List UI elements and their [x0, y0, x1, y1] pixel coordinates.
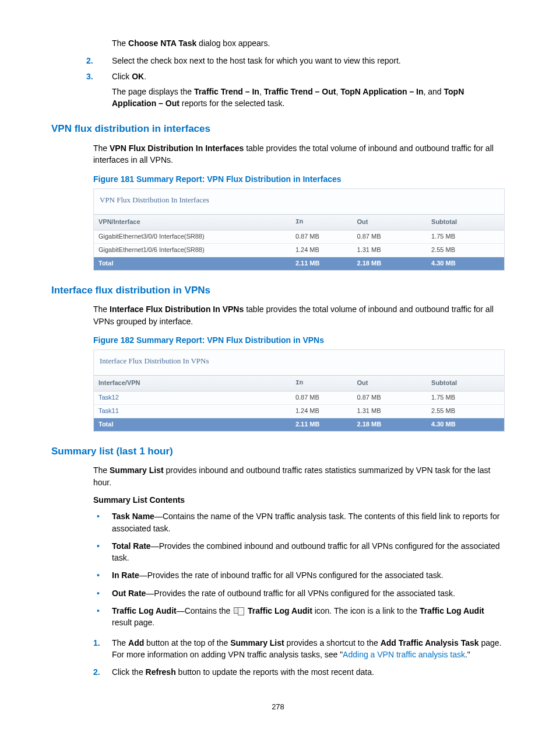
col-out: Out	[353, 214, 427, 230]
cell-total-out: 2.18 MB	[353, 257, 427, 270]
table-interface-vpn: Interface/VPN In Out Subtotal Task12 0.8…	[94, 375, 504, 431]
figure-182: Interface Flux Distribution In VPNs Inte…	[93, 349, 505, 432]
cell-subtotal: 1.75 MB	[427, 230, 504, 243]
col-in: In	[291, 214, 353, 230]
list-item: Total Rate—Provides the combined inbound…	[93, 540, 505, 564]
cell-out: 1.31 MB	[353, 243, 427, 257]
page-number: 278	[51, 702, 505, 713]
table-header-row: VPN/Interface In Out Subtotal	[94, 214, 504, 230]
task-link[interactable]: Task12	[98, 394, 119, 401]
cell-total-label: Total	[94, 418, 291, 430]
summary-step-2: 2. Click the Refresh button to update th…	[93, 666, 505, 678]
sec1-para: The VPN Flux Distribution In Interfaces …	[93, 142, 505, 166]
link-adding-vpn-task[interactable]: Adding a VPN traffic analysis task	[343, 650, 465, 659]
traffic-log-audit-icon	[234, 607, 244, 615]
cell-name: GigabitEthernet1/0/6 Interface(SR88)	[94, 243, 291, 257]
list-item: Out Rate—Provides the rate of outbound t…	[93, 587, 505, 599]
col-subtotal: Subtotal	[427, 214, 504, 230]
cell-subtotal: 2.55 MB	[427, 404, 504, 418]
figure-182-title: Interface Flux Distribution In VPNs	[94, 350, 504, 375]
cell-subtotal: 1.75 MB	[427, 391, 504, 404]
cell-total-in: 2.11 MB	[291, 257, 353, 270]
cell-out: 0.87 MB	[353, 230, 427, 243]
table-row: GigabitEthernet3/0/0 Interface(SR88) 0.8…	[94, 230, 504, 243]
summary-steps: 1. The Add button at the top of the Summ…	[93, 637, 505, 678]
figure-181: VPN Flux Distribution In Interfaces VPN/…	[93, 188, 505, 271]
intro-choose-nta: The Choose NTA Task dialog box appears.	[86, 37, 505, 49]
figure-181-caption: Figure 181 Summary Report: VPN Flux Dist…	[93, 173, 505, 185]
col-interface-vpn: Interface/VPN	[94, 375, 291, 391]
col-in: In	[291, 375, 353, 391]
list-item: In Rate—Provides the rate of inbound tra…	[93, 569, 505, 581]
step-number: 2.	[86, 55, 93, 66]
heading-vpn-flux-interfaces: VPN flux distribution in interfaces	[51, 122, 505, 136]
step-text: Select the check box next to the host ta…	[112, 56, 401, 65]
cell-name: Task11	[94, 404, 291, 418]
cell-total-subtotal: 4.30 MB	[427, 418, 504, 430]
figure-181-title: VPN Flux Distribution In Interfaces	[94, 189, 504, 214]
cell-total-out: 2.18 MB	[353, 418, 427, 430]
step-number: 2.	[93, 666, 100, 678]
step-number: 1.	[93, 637, 100, 649]
table-row: GigabitEthernet1/0/6 Interface(SR88) 1.2…	[94, 243, 504, 257]
cell-total-subtotal: 4.30 MB	[427, 257, 504, 270]
step-number: 3.	[86, 71, 93, 82]
list-item: Traffic Log Audit—Contains the Traffic L…	[93, 605, 505, 629]
cell-total-label: Total	[94, 257, 291, 270]
intro-step-2: 2. Select the check box next to the host…	[86, 55, 505, 66]
heading-interface-flux-vpns: Interface flux distribution in VPNs	[51, 284, 505, 298]
col-subtotal: Subtotal	[427, 375, 504, 391]
cell-out: 1.31 MB	[353, 404, 427, 418]
sec3-para: The Summary List provides inbound and ou…	[93, 464, 505, 488]
figure-182-caption: Figure 182 Summary Report: VPN Flux Dist…	[93, 334, 505, 346]
col-out: Out	[353, 375, 427, 391]
cell-out: 0.87 MB	[353, 391, 427, 404]
col-vpn-interface: VPN/Interface	[94, 214, 291, 230]
cell-name: GigabitEthernet3/0/0 Interface(SR88)	[94, 230, 291, 243]
summary-contents-list: Task Name—Contains the name of the VPN t…	[93, 510, 505, 628]
cell-in: 1.24 MB	[291, 243, 353, 257]
table-vpn-interface: VPN/Interface In Out Subtotal GigabitEth…	[94, 214, 504, 270]
cell-subtotal: 2.55 MB	[427, 243, 504, 257]
cell-in: 1.24 MB	[291, 404, 353, 418]
heading-summary-list: Summary list (last 1 hour)	[51, 444, 505, 459]
table-row: Task11 1.24 MB 1.31 MB 2.55 MB	[94, 404, 504, 418]
intro-step-3-result: The page displays the Traffic Trend – In…	[112, 86, 505, 110]
table-total-row: Total 2.11 MB 2.18 MB 4.30 MB	[94, 257, 504, 270]
intro-steps: 2. Select the check box next to the host…	[86, 55, 505, 109]
summary-step-1: 1. The Add button at the top of the Summ…	[93, 637, 505, 661]
cell-name: Task12	[94, 391, 291, 404]
cell-in: 0.87 MB	[291, 391, 353, 404]
list-item: Task Name—Contains the name of the VPN t…	[93, 510, 505, 534]
step-text: Click OK.	[112, 72, 146, 81]
sec2-para: The Interface Flux Distribution In VPNs …	[93, 303, 505, 327]
cell-in: 0.87 MB	[291, 230, 353, 243]
table-row: Task12 0.87 MB 0.87 MB 1.75 MB	[94, 391, 504, 404]
table-header-row: Interface/VPN In Out Subtotal	[94, 375, 504, 391]
cell-total-in: 2.11 MB	[291, 418, 353, 430]
task-link[interactable]: Task11	[98, 407, 119, 414]
summary-list-contents-heading: Summary List Contents	[93, 494, 505, 506]
intro-step-3: 3. Click OK. The page displays the Traff…	[86, 71, 505, 110]
table-total-row: Total 2.11 MB 2.18 MB 4.30 MB	[94, 418, 504, 430]
